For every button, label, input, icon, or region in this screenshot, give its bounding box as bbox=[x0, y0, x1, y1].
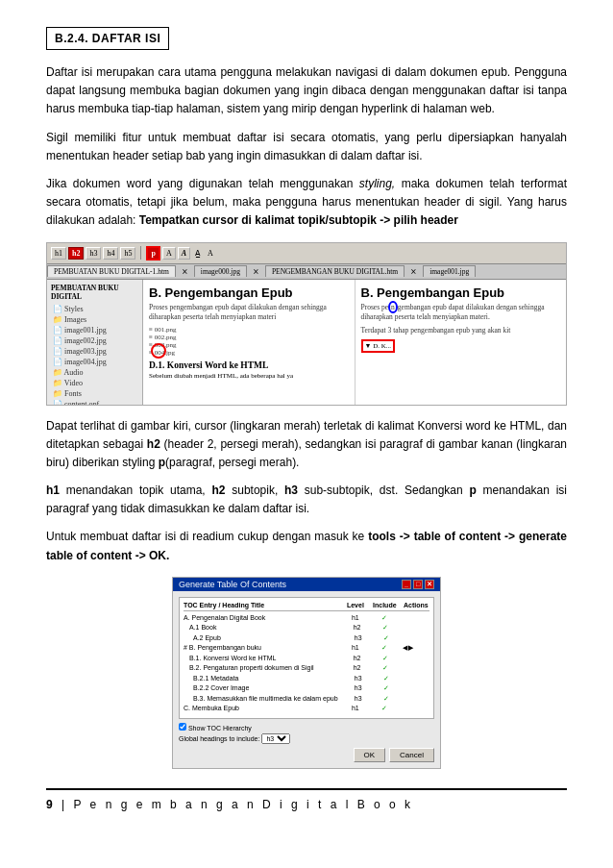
toc-cancel-button[interactable]: Cancel bbox=[389, 748, 434, 762]
toc-maximize: □ bbox=[413, 580, 423, 589]
toc-show-hierarchy-checkbox[interactable] bbox=[179, 723, 186, 731]
toc-close: ✕ bbox=[425, 580, 434, 589]
footer-title: P e n g e m b a n g a n D i g i t a l B … bbox=[74, 798, 414, 811]
toc-ok-button[interactable]: OK bbox=[354, 748, 386, 762]
toc-row: A.1 Book h2 ✓ bbox=[184, 623, 429, 633]
paragraph-2: Sigil memiliki fitur untuk membuat dafta… bbox=[46, 129, 567, 165]
paragraph-3: Jika dokumen word yang digunakan telah m… bbox=[46, 175, 567, 231]
toc-titlebar: Generate Table Of Contents _ □ ✕ bbox=[173, 578, 440, 591]
toc-row: C. Membuka Epub h1 ✓ bbox=[184, 704, 429, 714]
footer: 9 | P e n g e m b a n g a n D i g i t a … bbox=[46, 788, 567, 811]
toc-heading-select[interactable]: h3 bbox=[261, 733, 290, 744]
screenshot-toolbar: h1 h2 h3 h4 h5 p A A A̲ A bbox=[47, 243, 566, 264]
toc-table: TOC Entry / Heading Title Level Include … bbox=[179, 597, 434, 719]
paragraph-5: h1 menandakan topik utama, h2 subtopik, … bbox=[46, 482, 567, 518]
paragraph-1: Daftar isi merupakan cara utama pengguna… bbox=[46, 63, 567, 119]
screenshot-left-panel: B. Pengembangan Epub Proses pengembangan… bbox=[143, 280, 356, 405]
toc-row: B.2.2 Cover Image h3 ✓ bbox=[184, 683, 429, 694]
toc-options: Show TOC Hierarchy Global headings to in… bbox=[179, 723, 434, 744]
toc-dialog-screenshot: Generate Table Of Contents _ □ ✕ TOC Ent… bbox=[172, 577, 441, 769]
toc-row: B.3. Memasukkan file multimedia ke dalam… bbox=[184, 694, 429, 705]
paragraph-4: Dapat terlihat di gambar kiri, cursor (l… bbox=[46, 417, 567, 473]
toc-row: A.2 Epub h3 ✓ bbox=[184, 633, 429, 644]
section-header: B.2.4. DAFTAR ISI bbox=[46, 27, 169, 50]
toc-row: B.2. Pengaturan properti dokumen di Sigi… bbox=[184, 663, 429, 674]
screenshot-image: h1 h2 h3 h4 h5 p A A A̲ A PEMBUATAN BUKU… bbox=[46, 242, 567, 406]
toc-body: TOC Entry / Heading Title Level Include … bbox=[173, 591, 440, 768]
paragraph-6: Untuk membuat daftar isi di readium cuku… bbox=[46, 528, 567, 564]
toc-row: A. Pengenalan Digital Book h1 ✓ bbox=[184, 613, 429, 624]
screenshot-main: B. Pengembangan Epub Proses pengembangan… bbox=[143, 280, 566, 405]
page-number: 9 bbox=[46, 798, 56, 811]
toc-minimize: _ bbox=[402, 580, 411, 589]
toc-row: B.2.1 Metadata h3 ✓ bbox=[184, 674, 429, 684]
screenshot-right-panel: B. Pengembangan Epub Proses pengembangan… bbox=[356, 280, 567, 405]
footer-separator: | bbox=[61, 798, 67, 811]
screenshot-sidebar: PEMBUATAN BUKU DIGITAL 📄 Styles 📁 Images… bbox=[47, 280, 143, 405]
toc-row: # B. Pengembangan buku h1 ✓ ◀ ▶ bbox=[184, 643, 429, 654]
toc-buttons: OK Cancel bbox=[179, 748, 434, 762]
toc-row: B.1. Konversi Word ke HTML h2 ✓ bbox=[184, 654, 429, 664]
